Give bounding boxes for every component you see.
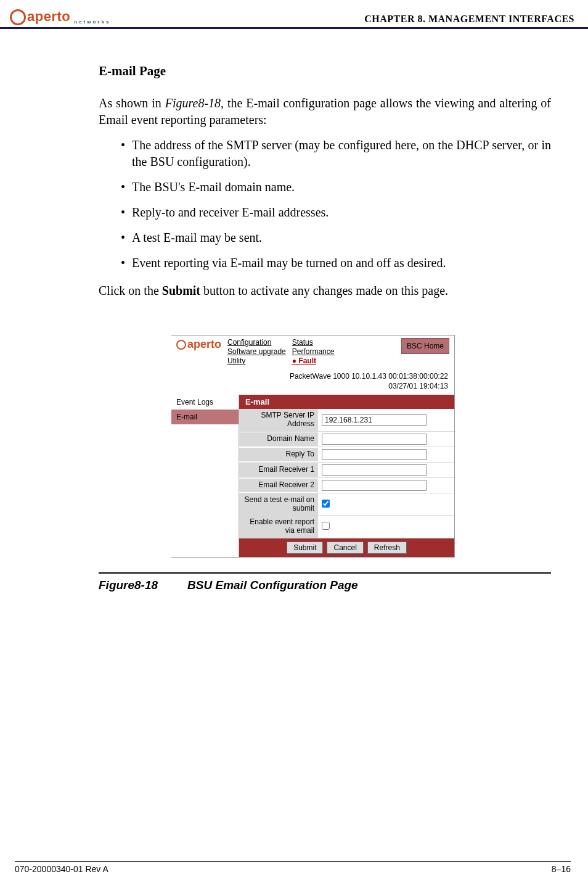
row-recv2: Email Receiver 2 (239, 478, 454, 493)
list-item: Reply-to and receiver E-mail addresses. (121, 204, 551, 221)
row-recv1: Email Receiver 1 (239, 463, 454, 478)
list-item: The address of the SMTP server (may be c… (121, 137, 551, 170)
val-recv1 (318, 463, 454, 477)
sidebar-item-event-logs[interactable]: Event Logs (171, 395, 239, 410)
row-smtp: SMTP Server IP Address (239, 409, 454, 432)
intro-paragraph: As shown in Figure8-18, the E-mail confi… (99, 95, 551, 128)
logo-text: aperto (27, 9, 70, 25)
closing-paragraph: Click on the Submit button to activate a… (99, 282, 551, 299)
list-item: The BSU's E-mail domain name. (121, 179, 551, 196)
figure-logo-text: aperto (187, 338, 221, 351)
figure-nav-col-1: Configuration Software upgrade Utility (227, 338, 286, 366)
figure-caption-number: Figure8-18 (99, 579, 158, 591)
label-enable: Enable event report via email (239, 516, 318, 538)
nav-configuration[interactable]: Configuration (227, 338, 286, 347)
figure-logo-circle-icon (176, 340, 186, 350)
figure-main: E-mail SMTP Server IP Address Domain Nam… (239, 395, 454, 557)
figure-nav-col-2: Status Performance ● Fault (292, 338, 335, 366)
figure-status: PacketWave 1000 10.10.1.43 00:01:38:00:0… (171, 369, 454, 395)
footer-right: 8–16 (552, 864, 571, 874)
label-test: Send a test e-mail on submit (239, 493, 318, 516)
chapter-label: CHAPTER 8. MANAGEMENT INTERFACES (364, 14, 574, 25)
section-heading: E-mail Page (99, 64, 551, 79)
status-line-2: 03/27/01 19:04:13 (178, 382, 448, 392)
bsc-home-button[interactable]: BSC Home (401, 338, 449, 354)
label-smtp: SMTP Server IP Address (239, 409, 318, 431)
figure-caption-text: BSU Email Configuration Page (187, 579, 358, 591)
refresh-button[interactable]: Refresh (367, 542, 407, 554)
list-item: Event reporting via E-mail may be turned… (121, 255, 551, 271)
val-reply (318, 447, 454, 462)
fault-dot-icon: ● (292, 356, 299, 365)
figure-section-header: E-mail (239, 395, 454, 409)
figure-caption: Figure8-18BSU Email Configuration Page (99, 579, 551, 592)
page-header: aperto networks CHAPTER 8. MANAGEMENT IN… (0, 0, 588, 29)
list-item: A test E-mail may be sent. (121, 229, 551, 246)
figure-button-row: Submit Cancel Refresh (239, 538, 454, 557)
closing-suffix: button to activate any changes made on t… (200, 284, 448, 297)
label-recv1: Email Receiver 1 (239, 463, 318, 477)
closing-prefix: Click on the (99, 284, 162, 297)
nav-fault[interactable]: ● Fault (292, 356, 335, 366)
nav-utility[interactable]: Utility (227, 356, 286, 366)
nav-fault-label: Fault (298, 356, 316, 365)
figure-topbar: aperto Configuration Software upgrade Ut… (171, 336, 454, 369)
status-line-1: PacketWave 1000 10.10.1.43 00:01:38:00:0… (178, 372, 448, 382)
figure-caption-rule (99, 572, 551, 574)
chapter-text: CHAPTER 8. MANAGEMENT INTERFACES (364, 14, 574, 24)
recv1-input[interactable] (322, 464, 427, 476)
domain-input[interactable] (322, 434, 427, 445)
val-recv2 (318, 478, 454, 493)
bullet-list: The address of the SMTP server (may be c… (99, 137, 551, 271)
figure-sidebar: Event Logs E-mail (171, 395, 239, 557)
label-reply: Reply To (239, 448, 318, 461)
intro-prefix: As shown in (99, 96, 165, 110)
test-checkbox[interactable] (322, 500, 330, 508)
enable-checkbox[interactable] (322, 522, 330, 530)
nav-performance[interactable]: Performance (292, 347, 335, 356)
nav-software-upgrade[interactable]: Software upgrade (227, 347, 286, 356)
row-reply: Reply To (239, 447, 454, 463)
figure-logo: aperto (176, 338, 221, 351)
footer-left: 070-20000340-01 Rev A (15, 864, 108, 874)
figure-wrap: aperto Configuration Software upgrade Ut… (99, 335, 551, 592)
logo-subtext: networks (74, 19, 110, 25)
cancel-button[interactable]: Cancel (327, 542, 363, 554)
content: E-mail Page As shown in Figure8-18, the … (0, 34, 588, 592)
label-recv2: Email Receiver 2 (239, 479, 318, 492)
val-test (318, 498, 454, 511)
val-enable (318, 520, 454, 534)
logo-circle-icon (10, 9, 26, 25)
logo: aperto networks (10, 9, 110, 25)
reply-input[interactable] (322, 449, 427, 460)
smtp-input[interactable] (322, 414, 427, 426)
intro-ref: Figure8-18 (165, 96, 221, 110)
row-domain: Domain Name (239, 432, 454, 447)
val-smtp (318, 413, 454, 427)
recv2-input[interactable] (322, 480, 427, 491)
figure-screenshot: aperto Configuration Software upgrade Ut… (171, 335, 455, 558)
closing-bold: Submit (162, 284, 200, 297)
row-test: Send a test e-mail on submit (239, 493, 454, 516)
page-footer: 070-20000340-01 Rev A 8–16 (15, 861, 571, 874)
sidebar-item-email[interactable]: E-mail (171, 410, 239, 424)
val-domain (318, 432, 454, 447)
nav-status[interactable]: Status (292, 338, 335, 347)
figure-body: Event Logs E-mail E-mail SMTP Server IP … (171, 395, 454, 557)
label-domain: Domain Name (239, 432, 318, 446)
submit-button[interactable]: Submit (287, 542, 323, 554)
row-enable: Enable event report via email (239, 516, 454, 538)
